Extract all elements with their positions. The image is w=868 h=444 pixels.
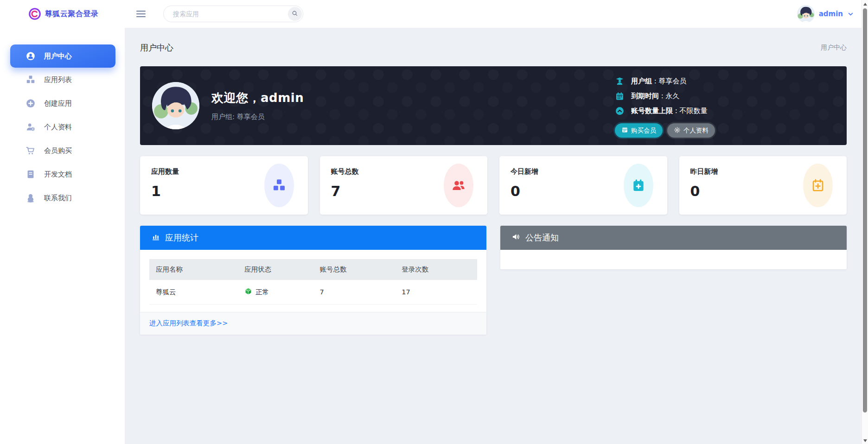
search-icon (291, 10, 299, 19)
scroll-down-arrow-icon[interactable] (863, 439, 867, 442)
logo-c-icon (29, 8, 41, 20)
sidebar-item-label: 创建应用 (44, 99, 72, 108)
sidebar-item-label: 应用列表 (44, 76, 72, 84)
sidebar-item-label: 会员购买 (44, 146, 72, 155)
logins-cell: 17 (395, 280, 477, 304)
view-more-link[interactable]: 进入应用列表查看更多>> (149, 319, 228, 327)
sidebar: 用户中心 应用列表 创建应用 个人资料 (0, 28, 125, 444)
sidebar-item-user-center[interactable]: 用户中心 (10, 44, 115, 68)
vertical-scrollbar[interactable] (862, 0, 868, 444)
welcome-text: 欢迎您，admin (211, 90, 304, 106)
cart-icon (26, 146, 36, 156)
logo[interactable]: 尊狐云聚合登录 (0, 8, 125, 20)
scroll-up-arrow-icon[interactable] (863, 3, 867, 6)
user-avatar[interactable] (797, 5, 815, 23)
sidebar-item-contact[interactable]: 联系我们 (10, 186, 115, 209)
app-name-cell: 尊狐云 (149, 280, 238, 304)
stat-card-account-total: 账号总数 7 (320, 156, 488, 215)
plus-circle-icon (26, 98, 36, 108)
speaker-icon (511, 232, 521, 243)
sidebar-item-profile[interactable]: 个人资料 (10, 115, 115, 139)
breadcrumb: 用户中心 (821, 44, 847, 52)
sidebar-item-label: 用户中心 (44, 52, 72, 61)
stat-cards: 应用数量 1 账号总数 7 今日新增 0 (140, 156, 847, 215)
app-status-cell: 正常 (238, 280, 313, 304)
calendar-plus-outline-icon (803, 164, 833, 207)
profile-button[interactable]: 个人资料 (667, 123, 715, 138)
announcement-header: 公告通知 (500, 226, 847, 250)
app-statistics-header: 应用统计 (140, 226, 486, 250)
table-row: 尊狐云 正常 7 (149, 280, 477, 304)
user-group-subtitle: 用户组: 尊享会员 (211, 113, 304, 121)
status-label: 正常 (255, 288, 269, 297)
announcement-body (500, 250, 847, 269)
page-title: 用户中心 (140, 42, 173, 53)
users-icon (444, 164, 473, 207)
chevron-down-icon (847, 11, 854, 18)
stat-card-app-count: 应用数量 1 (140, 156, 308, 215)
search-input[interactable] (163, 6, 303, 22)
logo-text: 尊狐云聚合登录 (45, 9, 99, 19)
passbook-icon (621, 127, 628, 135)
user-menu[interactable]: admin (797, 5, 868, 23)
cubes-icon (26, 75, 36, 85)
sidebar-item-docs[interactable]: 开发文档 (10, 163, 115, 186)
graduate-user-icon (615, 76, 625, 86)
calendar-plus-icon (624, 164, 653, 207)
app-statistics-panel: 应用统计 应用名称 应用状态 账号总数 登录次数 (140, 226, 486, 335)
user-circle-icon (26, 51, 36, 61)
sidebar-item-label: 联系我们 (44, 194, 72, 203)
user-gear-icon (26, 122, 36, 132)
app-window: 尊狐云聚合登录 admin (0, 0, 868, 444)
app-statistics-table: 应用名称 应用状态 账号总数 登录次数 尊狐云 (149, 259, 477, 304)
main-content: 用户中心 用户中心 欢迎您，admin 用户组: 尊享会员 (125, 28, 868, 444)
menu-toggle-icon[interactable] (136, 11, 146, 18)
info-user-group: 用户组 : 尊享会员 (615, 76, 713, 86)
search-bar (163, 6, 303, 22)
welcome-banner: 欢迎您，admin 用户组: 尊享会员 用户组 : 尊享会员 到 (140, 66, 847, 145)
sidebar-item-label: 开发文档 (44, 170, 72, 179)
username-label: admin (819, 10, 843, 18)
scrollbar-thumb[interactable] (863, 8, 867, 412)
calendar-icon (615, 91, 625, 101)
qq-penguin-icon (26, 193, 36, 203)
announcement-panel: 公告通知 (500, 226, 847, 269)
info-account-limit: 账号数量上限 : 不限数量 (615, 106, 713, 116)
accounts-cell: 7 (313, 280, 395, 304)
table-header-row: 应用名称 应用状态 账号总数 登录次数 (149, 259, 477, 280)
bar-chart-icon (151, 232, 160, 243)
sidebar-item-create-app[interactable]: 创建应用 (10, 92, 115, 115)
book-icon (26, 169, 36, 179)
sidebar-item-label: 个人资料 (44, 123, 72, 132)
sidebar-item-membership[interactable]: 会员购买 (10, 139, 115, 162)
info-expiry: 到期时间 : 永久 (615, 91, 713, 101)
top-bar: 尊狐云聚合登录 admin (0, 0, 868, 28)
sidebar-item-app-list[interactable]: 应用列表 (10, 68, 115, 91)
stat-card-today-new: 今日新增 0 (499, 156, 667, 215)
buy-membership-button[interactable]: 购买会员 (615, 123, 663, 138)
arrow-up-circle-icon (615, 106, 625, 116)
search-button[interactable] (288, 7, 302, 21)
hero-avatar (152, 82, 199, 129)
cubes-icon (264, 164, 294, 207)
green-cube-icon (244, 287, 252, 297)
stat-card-yesterday-new: 昨日新增 0 (679, 156, 847, 215)
gear-icon (674, 127, 681, 135)
